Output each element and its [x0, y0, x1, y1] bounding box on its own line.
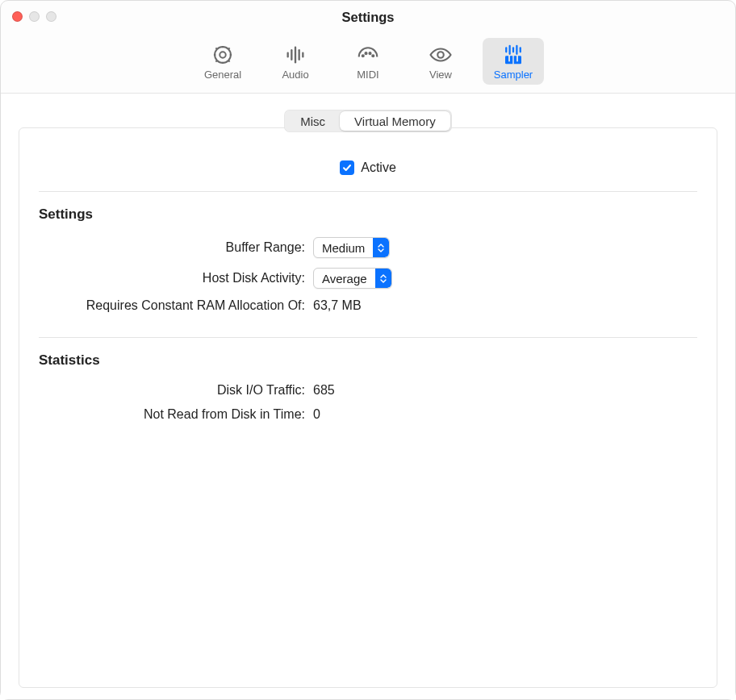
- disk-io-row: Disk I/O Traffic: 685: [39, 383, 697, 398]
- gear-icon: [211, 43, 234, 67]
- midi-icon: [356, 43, 380, 67]
- svg-point-10: [372, 55, 374, 56]
- statistics-heading: Statistics: [39, 338, 697, 383]
- zoom-button[interactable]: [46, 11, 56, 22]
- host-disk-value: Average: [314, 272, 375, 285]
- active-row: Active: [39, 146, 697, 191]
- disk-io-label: Disk I/O Traffic:: [39, 383, 313, 398]
- popup-arrows-icon: [375, 269, 391, 288]
- settings-window: Settings General: [0, 0, 736, 700]
- not-read-row: Not Read from Disk in Time: 0: [39, 407, 697, 422]
- window-title: Settings: [1, 10, 735, 25]
- active-label: Active: [361, 160, 396, 175]
- ram-label: Requires Constant RAM Allocation Of:: [39, 298, 313, 313]
- segment-misc[interactable]: Misc: [286, 111, 340, 131]
- tab-label: View: [429, 69, 452, 81]
- svg-point-11: [437, 52, 444, 58]
- traffic-lights: [12, 11, 56, 22]
- buffer-range-row: Buffer Range: Medium: [39, 237, 697, 258]
- tab-label: Sampler: [494, 69, 533, 81]
- host-disk-label: Host Disk Activity:: [39, 271, 313, 285]
- settings-block: Buffer Range: Medium Host Disk Activity:…: [39, 237, 697, 337]
- close-button[interactable]: [12, 11, 23, 22]
- not-read-label: Not Read from Disk in Time:: [39, 407, 313, 422]
- host-disk-row: Host Disk Activity: Average: [39, 268, 697, 289]
- tab-midi[interactable]: MIDI: [337, 38, 399, 85]
- tab-audio[interactable]: Audio: [265, 38, 326, 85]
- svg-point-8: [366, 52, 367, 54]
- minimize-button[interactable]: [29, 11, 40, 22]
- settings-heading: Settings: [39, 192, 697, 237]
- buffer-range-label: Buffer Range:: [39, 240, 313, 255]
- buffer-range-value: Medium: [314, 241, 373, 255]
- active-checkbox[interactable]: [340, 160, 354, 175]
- ram-row: Requires Constant RAM Allocation Of: 63,…: [39, 298, 697, 313]
- svg-point-9: [370, 52, 371, 54]
- tab-sampler[interactable]: Sampler: [483, 38, 544, 85]
- titlebar: Settings: [1, 1, 735, 33]
- sampler-icon: [501, 43, 525, 67]
- eye-icon: [429, 43, 453, 67]
- tab-view[interactable]: View: [410, 38, 471, 85]
- popup-arrows-icon: [373, 238, 389, 257]
- not-read-value: 0: [313, 407, 320, 422]
- tab-general[interactable]: General: [192, 38, 253, 85]
- buffer-range-popup[interactable]: Medium: [313, 237, 390, 258]
- tab-label: MIDI: [357, 69, 378, 81]
- preferences-toolbar: General Audio: [1, 33, 735, 94]
- segment-virtual-memory[interactable]: Virtual Memory: [340, 111, 450, 131]
- virtual-memory-panel: Active Settings Buffer Range: Medium: [19, 127, 717, 688]
- tab-label: Audio: [282, 69, 308, 81]
- segmented-control: Misc Virtual Memory: [284, 110, 451, 132]
- content-area: Misc Virtual Memory Active Settings Buff…: [1, 94, 735, 699]
- disk-io-value: 685: [313, 383, 335, 398]
- tab-label: General: [204, 69, 241, 81]
- svg-point-1: [215, 47, 231, 63]
- ram-value: 63,7 MB: [313, 298, 362, 313]
- audio-icon: [284, 43, 307, 67]
- svg-point-0: [220, 52, 225, 57]
- svg-point-7: [362, 55, 364, 56]
- host-disk-popup[interactable]: Average: [313, 268, 392, 289]
